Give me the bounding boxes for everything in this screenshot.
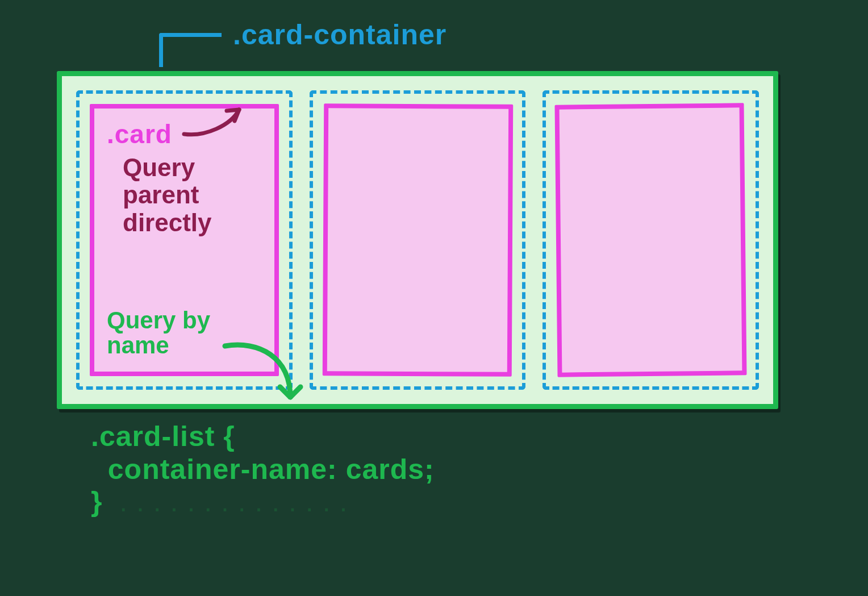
code-line-selector: .card-list { [91,420,235,452]
bracket-icon [159,33,222,67]
card-container-class-label: .card-container [233,18,446,51]
faded-trail: . . . . . . . . . . . . . . [102,486,348,518]
card-class-label: .card [107,119,172,149]
code-line-rule: container-name: cards; [91,453,435,485]
arrow-to-card-border-icon [180,103,259,143]
query-parent-text: Query parent directly [123,154,274,236]
query-by-name-text: Query by name [107,308,274,358]
card [322,103,512,377]
code-line-close: } [91,486,102,518]
card-container: .card Query parent directly Query by nam… [76,90,293,390]
card-container [310,90,526,390]
card-list: .card Query parent directly Query by nam… [57,71,778,409]
card: .card Query parent directly Query by nam… [90,104,279,376]
card [555,103,747,377]
css-snippet: .card-list { container-name: cards; } . … [91,420,435,519]
card-container [542,90,759,390]
